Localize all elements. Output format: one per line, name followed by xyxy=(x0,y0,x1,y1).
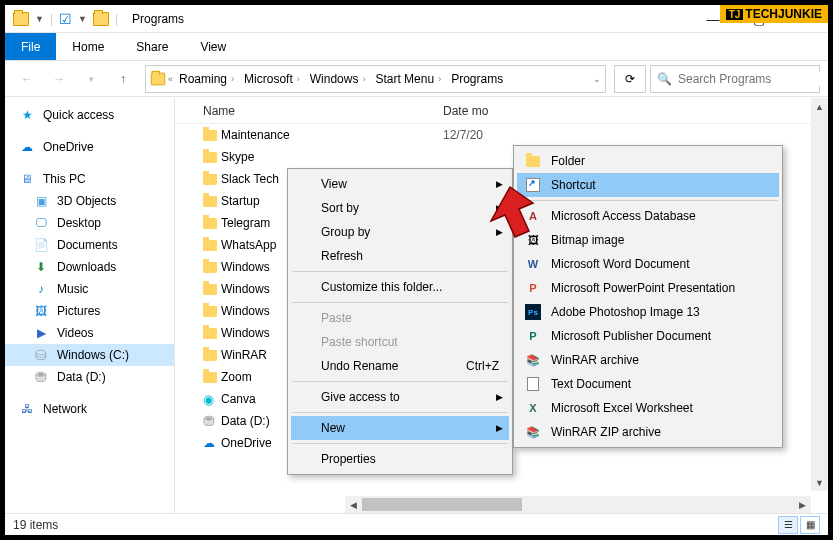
sidebar-videos[interactable]: ▶Videos xyxy=(5,322,174,344)
horizontal-scrollbar[interactable]: ◀ ▶ xyxy=(345,496,811,513)
download-icon: ⬇ xyxy=(33,259,49,275)
file-icon xyxy=(203,152,221,163)
ribbon-tab-share[interactable]: Share xyxy=(120,33,184,60)
folder-icon xyxy=(151,72,165,85)
qat-dropdown-2[interactable]: ▼ xyxy=(78,14,87,24)
new-shortcut[interactable]: Shortcut xyxy=(517,173,779,197)
scroll-down-button[interactable]: ▼ xyxy=(811,474,828,491)
context-submenu-new: Folder Shortcut AMicrosoft Access Databa… xyxy=(513,145,783,448)
ctx-paste: Paste xyxy=(291,306,509,330)
ctx-undo-rename[interactable]: Undo RenameCtrl+Z xyxy=(291,354,509,378)
desktop-icon: 🖵 xyxy=(33,215,49,231)
breadcrumb-seg[interactable]: Microsoft› xyxy=(240,72,304,86)
sidebar-network[interactable]: 🖧Network xyxy=(5,398,174,420)
sidebar-pictures[interactable]: 🖼Pictures xyxy=(5,300,174,322)
word-icon: W xyxy=(525,256,541,272)
ctx-group-by[interactable]: Group by▶ xyxy=(291,220,509,244)
star-icon: ★ xyxy=(19,107,35,123)
new-folder[interactable]: Folder xyxy=(517,149,779,173)
breadcrumb-seg[interactable]: Roaming› xyxy=(175,72,238,86)
sidebar-documents[interactable]: 📄Documents xyxy=(5,234,174,256)
scroll-right-button[interactable]: ▶ xyxy=(794,496,811,513)
scroll-up-button[interactable]: ▲ xyxy=(811,98,828,115)
nav-recent-button[interactable]: ▾ xyxy=(77,65,105,93)
pc-icon: 🖥 xyxy=(19,171,35,187)
context-menu: View▶ Sort by▶ Group by▶ Refresh Customi… xyxy=(287,168,513,475)
ctx-refresh[interactable]: Refresh xyxy=(291,244,509,268)
file-icon: ☁ xyxy=(203,436,221,450)
ctx-new[interactable]: New▶ xyxy=(291,416,509,440)
drive-icon: ⛁ xyxy=(33,347,49,363)
item-count: 19 items xyxy=(13,518,58,532)
file-icon xyxy=(203,262,221,273)
file-row[interactable]: Maintenance12/7/20 xyxy=(175,124,828,146)
scroll-left-button[interactable]: ◀ xyxy=(345,496,362,513)
search-icon: 🔍 xyxy=(657,72,672,86)
ribbon-tab-file[interactable]: File xyxy=(5,33,56,60)
new-word-doc[interactable]: WMicrosoft Word Document xyxy=(517,252,779,276)
qat-check-icon[interactable]: ☑ xyxy=(59,11,72,27)
ribbon-tab-home[interactable]: Home xyxy=(56,33,120,60)
column-headers[interactable]: Name Date mo xyxy=(175,98,828,124)
view-details-button[interactable]: ☰ xyxy=(778,516,798,534)
search-box[interactable]: 🔍 xyxy=(650,65,820,93)
breadcrumb-seg[interactable]: Programs xyxy=(447,72,507,86)
sidebar-3d-objects[interactable]: ▣3D Objects xyxy=(5,190,174,212)
file-icon xyxy=(203,350,221,361)
nav-forward-button[interactable]: → xyxy=(45,65,73,93)
photoshop-icon: Ps xyxy=(525,304,541,320)
nav-pane: ★Quick access ☁OneDrive 🖥This PC ▣3D Obj… xyxy=(5,98,175,513)
document-icon: 📄 xyxy=(33,237,49,253)
nav-back-button[interactable]: ← xyxy=(13,65,41,93)
breadcrumb-seg[interactable]: Start Menu› xyxy=(371,72,445,86)
ctx-customize[interactable]: Customize this folder... xyxy=(291,275,509,299)
access-icon: A xyxy=(525,208,541,224)
file-icon xyxy=(203,174,221,185)
breadcrumb-seg[interactable]: Windows› xyxy=(306,72,370,86)
sidebar-this-pc[interactable]: 🖥This PC xyxy=(5,168,174,190)
ctx-paste-shortcut: Paste shortcut xyxy=(291,330,509,354)
sidebar-quick-access[interactable]: ★Quick access xyxy=(5,104,174,126)
new-bitmap[interactable]: 🖼Bitmap image xyxy=(517,228,779,252)
breadcrumb-dropdown[interactable]: ⌄ xyxy=(593,74,601,84)
new-text[interactable]: Text Document xyxy=(517,372,779,396)
new-publisher[interactable]: PMicrosoft Publisher Document xyxy=(517,324,779,348)
file-icon xyxy=(203,196,221,207)
sidebar-c-drive[interactable]: ⛁Windows (C:) xyxy=(5,344,174,366)
ctx-view[interactable]: View▶ xyxy=(291,172,509,196)
picture-icon: 🖼 xyxy=(33,303,49,319)
sidebar-downloads[interactable]: ⬇Downloads xyxy=(5,256,174,278)
music-icon: ♪ xyxy=(33,281,49,297)
column-name[interactable]: Name xyxy=(203,104,443,118)
sidebar-d-drive[interactable]: ⛃Data (D:) xyxy=(5,366,174,388)
new-rar[interactable]: 📚WinRAR archive xyxy=(517,348,779,372)
ctx-give-access[interactable]: Give access to▶ xyxy=(291,385,509,409)
sidebar-desktop[interactable]: 🖵Desktop xyxy=(5,212,174,234)
column-date[interactable]: Date mo xyxy=(443,104,488,118)
search-input[interactable] xyxy=(678,72,828,86)
refresh-button[interactable]: ⟳ xyxy=(614,65,646,93)
nav-up-button[interactable]: ↑ xyxy=(109,65,137,93)
drive-icon: ⛃ xyxy=(33,369,49,385)
vertical-scrollbar[interactable]: ▲ ▼ xyxy=(811,98,828,491)
new-psd[interactable]: PsAdobe Photoshop Image 13 xyxy=(517,300,779,324)
video-icon: ▶ xyxy=(33,325,49,341)
new-access-db[interactable]: AMicrosoft Access Database xyxy=(517,204,779,228)
folder-icon xyxy=(13,12,29,26)
new-zip[interactable]: 📚WinRAR ZIP archive xyxy=(517,420,779,444)
view-icons-button[interactable]: ▦ xyxy=(800,516,820,534)
network-icon: 🖧 xyxy=(19,401,35,417)
ctx-sort-by[interactable]: Sort by▶ xyxy=(291,196,509,220)
sidebar-onedrive[interactable]: ☁OneDrive xyxy=(5,136,174,158)
ribbon-tab-view[interactable]: View xyxy=(184,33,242,60)
new-excel[interactable]: XMicrosoft Excel Worksheet xyxy=(517,396,779,420)
breadcrumb[interactable]: « Roaming› Microsoft› Windows› Start Men… xyxy=(145,65,606,93)
new-ppt[interactable]: PMicrosoft PowerPoint Presentation xyxy=(517,276,779,300)
ctx-properties[interactable]: Properties xyxy=(291,447,509,471)
rar-icon: 📚 xyxy=(525,352,541,368)
cloud-icon: ☁ xyxy=(19,139,35,155)
window-title: Programs xyxy=(132,12,184,26)
ribbon-bar: File Home Share View xyxy=(5,33,828,61)
sidebar-music[interactable]: ♪Music xyxy=(5,278,174,300)
qat-dropdown[interactable]: ▼ xyxy=(35,14,44,24)
